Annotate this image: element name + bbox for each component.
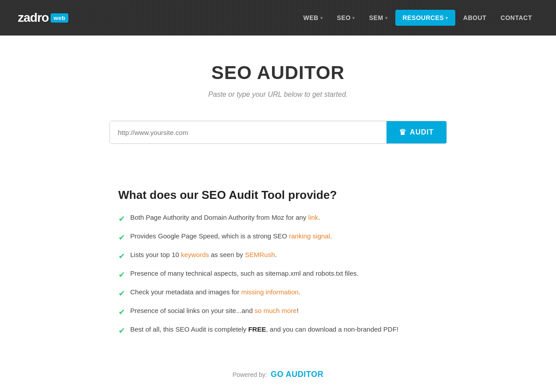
logo[interactable]: zadro web — [18, 11, 68, 25]
powered-by: Powered by: GO AUDITOR — [0, 361, 556, 392]
feature-text-2: Provides Google Page Speed, which is a s… — [130, 231, 332, 242]
checkmark-icon: ✔ — [118, 306, 125, 318]
feature-link-6[interactable]: so much more — [255, 307, 297, 314]
chevron-down-icon: ▾ — [320, 16, 323, 20]
main-content: SEO AUDITOR Paste or type your URL below… — [101, 36, 456, 188]
free-text: FREE — [248, 325, 266, 333]
feature-text-6: Presence of social links on your site...… — [130, 306, 299, 316]
audit-icon: ♛ — [399, 127, 406, 137]
go-auditor-label: GO AUDITOR — [271, 370, 323, 379]
nav-label-resources: RESOURCES — [402, 14, 444, 21]
nav-item-resources[interactable]: RESOURCES ▾ — [395, 10, 455, 26]
list-item: ✔ Check your metadata and images for mis… — [118, 287, 438, 300]
nav-label-sem: SEM — [369, 14, 383, 21]
checkmark-icon: ✔ — [118, 269, 125, 281]
chevron-down-icon: ▾ — [446, 16, 448, 20]
list-item: ✔ Presence of many technical aspects, su… — [118, 269, 438, 281]
checkmark-icon: ✔ — [118, 213, 125, 225]
list-item: ✔ Best of all, this SEO Audit is complet… — [118, 325, 438, 337]
list-item: ✔ Provides Google Page Speed, which is a… — [118, 231, 438, 244]
feature-link-3[interactable]: keywords — [181, 251, 209, 258]
nav-item-about[interactable]: ABOUT — [457, 10, 493, 26]
nav-label-web: WEB — [304, 14, 319, 21]
nav-item-sem[interactable]: SEM ▾ — [363, 10, 394, 26]
list-item: ✔ Presence of social links on your site.… — [118, 306, 438, 318]
feature-link-1[interactable]: link — [308, 214, 319, 221]
nav-item-seo[interactable]: SEO ▾ — [331, 10, 361, 26]
nav-label-seo: SEO — [337, 14, 351, 21]
feature-text-3: Lists your top 10 keywords as seen by SE… — [130, 250, 277, 260]
feature-text-7: Best of all, this SEO Audit is completel… — [130, 325, 399, 335]
feature-link-3b[interactable]: SEMRush — [245, 251, 275, 258]
chevron-down-icon: ▾ — [352, 16, 355, 20]
nav-item-contact[interactable]: CONTACT — [494, 10, 538, 26]
main-nav: WEB ▾ SEO ▾ SEM ▾ RESOURCES ▾ ABOUT CONT… — [297, 10, 538, 26]
checkmark-icon: ✔ — [118, 288, 125, 300]
list-item: ✔ Both Page Authority and Domain Authori… — [118, 213, 438, 225]
feature-text-1: Both Page Authority and Domain Authority… — [130, 213, 320, 223]
features-title: What does our SEO Audit Tool provide? — [118, 188, 438, 202]
nav-item-web[interactable]: WEB ▾ — [297, 10, 329, 26]
subtitle-text: Paste or type your URL below to get star… — [110, 91, 447, 99]
checkmark-icon: ✔ — [118, 325, 125, 337]
feature-text-4: Presence of many technical aspects, such… — [130, 269, 359, 279]
feature-text-5: Check your metadata and images for missi… — [130, 287, 301, 297]
url-input[interactable] — [110, 121, 386, 143]
feature-link-5[interactable]: missing information — [241, 288, 299, 296]
checkmark-icon: ✔ — [118, 250, 125, 262]
checkmark-icon: ✔ — [118, 232, 125, 244]
chevron-down-icon: ▾ — [385, 16, 388, 20]
header: zadro web WEB ▾ SEO ▾ SEM ▾ RESOURCES ▾ … — [0, 0, 556, 36]
feature-link-2[interactable]: ranking signal — [289, 232, 330, 240]
list-item: ✔ Lists your top 10 keywords as seen by … — [118, 250, 438, 262]
nav-label-about: ABOUT — [463, 14, 486, 21]
logo-text: zadro — [18, 11, 49, 25]
audit-form: ♛ AUDIT — [110, 121, 447, 144]
page-title: SEO AUDITOR — [110, 62, 447, 83]
logo-badge: web — [51, 13, 69, 23]
nav-label-contact: CONTACT — [501, 14, 532, 21]
powered-by-label: Powered by: — [233, 371, 267, 378]
audit-button[interactable]: ♛ AUDIT — [386, 121, 446, 143]
audit-button-label: AUDIT — [410, 128, 434, 136]
